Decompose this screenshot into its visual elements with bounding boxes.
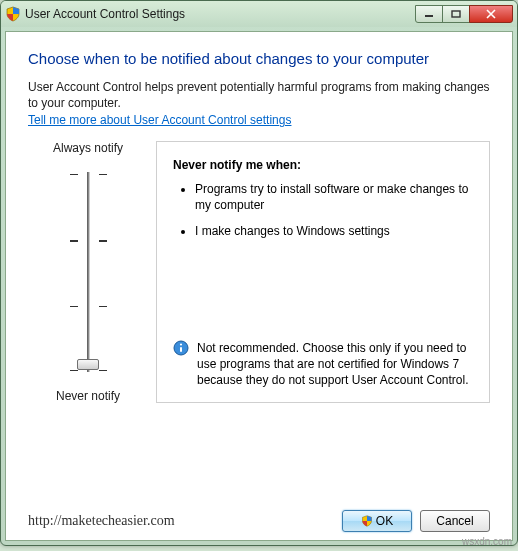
ok-button-label: OK xyxy=(376,514,393,528)
window-frame: User Account Control Settings Choose whe… xyxy=(0,0,518,546)
notification-slider[interactable] xyxy=(58,167,118,377)
slider-tick xyxy=(70,174,78,175)
slider-tick xyxy=(70,306,78,307)
svg-point-4 xyxy=(180,343,182,345)
close-button[interactable] xyxy=(469,5,513,23)
recommendation-row: Not recommended. Choose this only if you… xyxy=(173,340,473,389)
panel-bullet: I make changes to Windows settings xyxy=(195,224,473,240)
window-title: User Account Control Settings xyxy=(25,7,416,21)
help-link[interactable]: Tell me more about User Account Control … xyxy=(28,113,490,127)
minimize-button[interactable] xyxy=(415,5,443,23)
slider-thumb[interactable] xyxy=(77,359,99,370)
body-row: Always notify Never notify xyxy=(28,141,490,403)
svg-rect-1 xyxy=(452,11,460,17)
page-description: User Account Control helps prevent poten… xyxy=(28,79,490,111)
info-icon xyxy=(173,340,189,356)
svg-rect-3 xyxy=(180,347,182,352)
slider-tick xyxy=(99,240,107,242)
cancel-button-label: Cancel xyxy=(436,514,473,528)
panel-bullet-list: Programs try to install software or make… xyxy=(179,182,473,249)
slider-top-label: Always notify xyxy=(53,141,123,155)
page-heading: Choose when to be notified about changes… xyxy=(28,50,490,67)
maximize-button[interactable] xyxy=(442,5,470,23)
panel-bullet: Programs try to install software or make… xyxy=(195,182,473,213)
cancel-button[interactable]: Cancel xyxy=(420,510,490,532)
svg-rect-0 xyxy=(425,15,433,17)
slider-tick xyxy=(70,370,78,371)
slider-tick xyxy=(99,174,107,175)
footer-row: http://maketecheasier.com OK Cancel xyxy=(28,440,490,532)
slider-track xyxy=(87,172,90,372)
source-url: http://maketecheasier.com xyxy=(28,513,175,529)
recommendation-text: Not recommended. Choose this only if you… xyxy=(197,340,473,389)
slider-tick xyxy=(70,240,78,242)
content-area: Choose when to be notified about changes… xyxy=(5,31,513,541)
watermark: wsxdn.com xyxy=(462,536,512,547)
slider-bottom-label: Never notify xyxy=(56,389,120,403)
titlebar[interactable]: User Account Control Settings xyxy=(1,1,517,27)
ok-button[interactable]: OK xyxy=(342,510,412,532)
shield-icon xyxy=(361,515,373,527)
slider-tick xyxy=(99,306,107,307)
window-controls xyxy=(416,5,513,23)
info-panel: Never notify me when: Programs try to in… xyxy=(156,141,490,403)
slider-tick xyxy=(99,370,107,371)
uac-shield-icon xyxy=(5,6,21,22)
slider-column: Always notify Never notify xyxy=(28,141,148,403)
panel-title: Never notify me when: xyxy=(173,158,473,172)
